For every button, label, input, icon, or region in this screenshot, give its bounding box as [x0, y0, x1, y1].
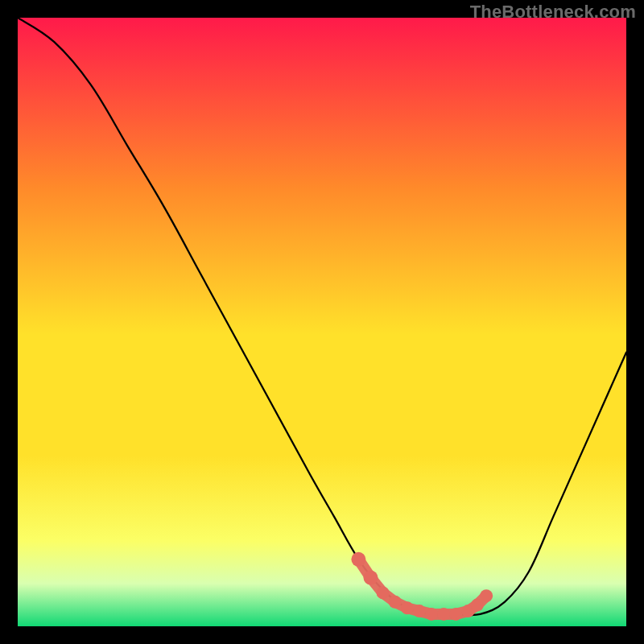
marker-dot	[413, 605, 426, 617]
marker-dot	[480, 589, 493, 602]
chart-stage: TheBottleneck.com	[0, 0, 644, 644]
marker-dot	[363, 571, 378, 585]
marker-dot	[437, 608, 450, 621]
marker-dot	[449, 608, 462, 621]
watermark-text: TheBottleneck.com	[470, 2, 636, 23]
plot-area	[18, 18, 626, 626]
marker-dot	[401, 601, 414, 614]
marker-dot	[351, 552, 365, 567]
marker-dot	[425, 608, 438, 621]
chart-svg	[18, 18, 626, 626]
heat-gradient-rect	[18, 18, 626, 626]
marker-dot	[377, 586, 390, 599]
marker-dot	[471, 599, 484, 612]
marker-dot	[389, 596, 402, 609]
